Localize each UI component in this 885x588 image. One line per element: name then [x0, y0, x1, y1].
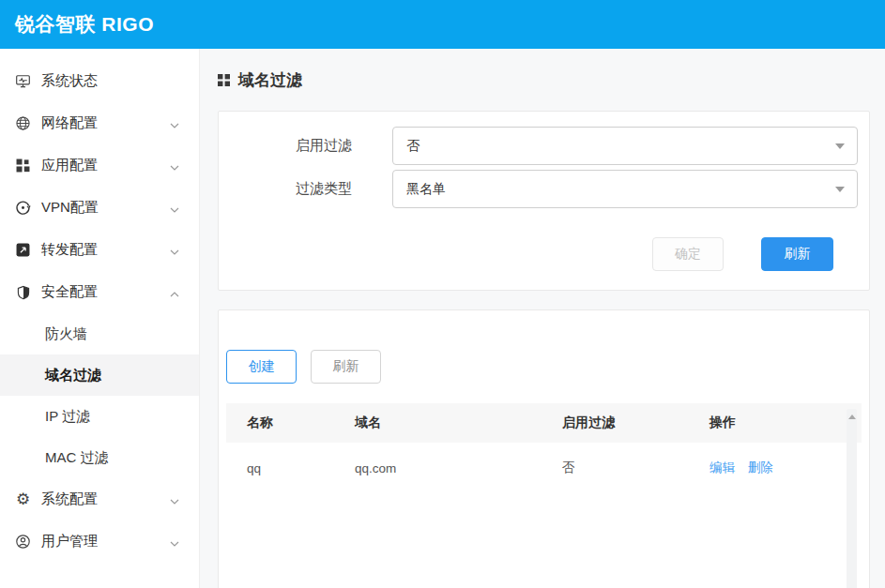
page-title: 域名过滤: [238, 69, 302, 91]
edit-link[interactable]: 编辑: [710, 460, 735, 475]
domain-table: 名称 域名 启用过滤 操作 qq qq.com 否 编辑 删除: [226, 403, 862, 493]
filter-type-label: 过滤类型: [219, 180, 359, 198]
forward-icon: [15, 242, 31, 258]
apps-icon: [15, 158, 31, 173]
sidebar: 系统状态 网络配置 应用配置: [0, 49, 200, 588]
column-header-domain: 域名: [334, 415, 542, 431]
sidebar-item-forward-config[interactable]: 转发配置: [0, 229, 199, 271]
caret-down-icon: [835, 187, 845, 192]
sidebar-item-label: 网络配置: [41, 114, 169, 132]
sidebar-item-security-config[interactable]: 安全配置: [0, 271, 199, 313]
sidebar-item-firewall[interactable]: 防火墙: [0, 313, 199, 354]
enable-filter-select[interactable]: 否: [392, 127, 858, 165]
confirm-button[interactable]: 确定: [652, 237, 724, 271]
domain-list-card: 创建 刷新 名称 域名 启用过滤 操作 qq qq.com 否 编辑 删除: [218, 309, 870, 588]
cell-name: qq: [226, 461, 334, 475]
sidebar-item-label: 应用配置: [41, 157, 169, 174]
sidebar-item-user-management[interactable]: 用户管理: [0, 520, 199, 563]
filter-type-value: 黑名单: [406, 181, 446, 198]
column-header-enabled: 启用过滤: [542, 415, 689, 431]
form-actions: 确定 刷新: [219, 237, 858, 271]
sidebar-item-label: 安全配置: [41, 283, 169, 301]
sidebar-item-system-config[interactable]: ⚙ 系统配置: [0, 478, 199, 520]
page-title-row: 域名过滤: [218, 64, 870, 96]
table-toolbar: 创建 刷新: [226, 350, 862, 384]
chevron-down-icon: [169, 494, 180, 505]
sidebar-item-label: 转发配置: [41, 241, 169, 259]
delete-link[interactable]: 删除: [748, 460, 773, 475]
table-refresh-button[interactable]: 刷新: [311, 350, 381, 384]
shield-icon: [15, 284, 31, 300]
vpn-globe-icon: [15, 200, 31, 216]
chevron-down-icon: [169, 160, 180, 172]
filter-settings-card: 启用过滤 否 过滤类型 黑名单 确定 刷新: [218, 111, 870, 291]
sidebar-item-system-status[interactable]: 系统状态: [0, 60, 199, 102]
sidebar-item-network-config[interactable]: 网络配置: [0, 102, 199, 144]
table-row: qq qq.com 否 编辑 删除: [226, 443, 862, 493]
filter-type-select[interactable]: 黑名单: [392, 170, 858, 208]
chevron-down-icon: [169, 245, 180, 256]
sidebar-item-label: 系统状态: [41, 72, 184, 90]
chevron-down-icon: [169, 203, 180, 214]
sidebar-item-ip-filter[interactable]: IP 过滤: [0, 396, 199, 437]
sidebar-item-app-config[interactable]: 应用配置: [0, 144, 199, 187]
gear-icon: ⚙: [15, 491, 31, 507]
cell-actions: 编辑 删除: [689, 460, 862, 476]
form-row-filter-type: 过滤类型 黑名单: [219, 170, 858, 208]
sidebar-item-label: 系统配置: [41, 490, 169, 508]
cell-enabled: 否: [542, 460, 689, 476]
column-header-actions: 操作: [689, 415, 862, 431]
main-content: 域名过滤 启用过滤 否 过滤类型 黑名单 确定 刷新 创建 刷新: [200, 49, 885, 588]
refresh-button[interactable]: 刷新: [761, 237, 833, 271]
globe-icon: [15, 115, 31, 131]
sidebar-item-label: VPN配置: [41, 199, 169, 217]
enable-filter-label: 启用过滤: [219, 137, 359, 155]
app-title: 锐谷智联 RIGO: [15, 11, 154, 38]
sidebar-item-domain-filter[interactable]: 域名过滤: [0, 354, 199, 396]
enable-filter-value: 否: [406, 138, 420, 155]
scroll-up-arrow-icon[interactable]: [848, 415, 856, 419]
chevron-down-icon: [169, 536, 180, 548]
create-button[interactable]: 创建: [226, 350, 297, 384]
chevron-down-icon: [169, 118, 180, 129]
form-row-enable-filter: 启用过滤 否: [219, 127, 858, 165]
sidebar-item-mac-filter[interactable]: MAC 过滤: [0, 437, 199, 478]
cell-domain: qq.com: [334, 461, 542, 475]
caret-down-icon: [835, 143, 845, 149]
column-header-name: 名称: [226, 415, 334, 431]
user-icon: [15, 534, 31, 550]
sidebar-item-label: 用户管理: [41, 533, 169, 550]
monitor-icon: [15, 73, 31, 89]
table-header-row: 名称 域名 启用过滤 操作: [226, 403, 862, 443]
chevron-up-icon: [169, 287, 180, 298]
grid-icon: [218, 74, 230, 86]
sidebar-item-vpn-config[interactable]: VPN配置: [0, 187, 199, 229]
table-scrollbar[interactable]: [847, 409, 857, 588]
app-header: 锐谷智联 RIGO: [0, 0, 885, 49]
